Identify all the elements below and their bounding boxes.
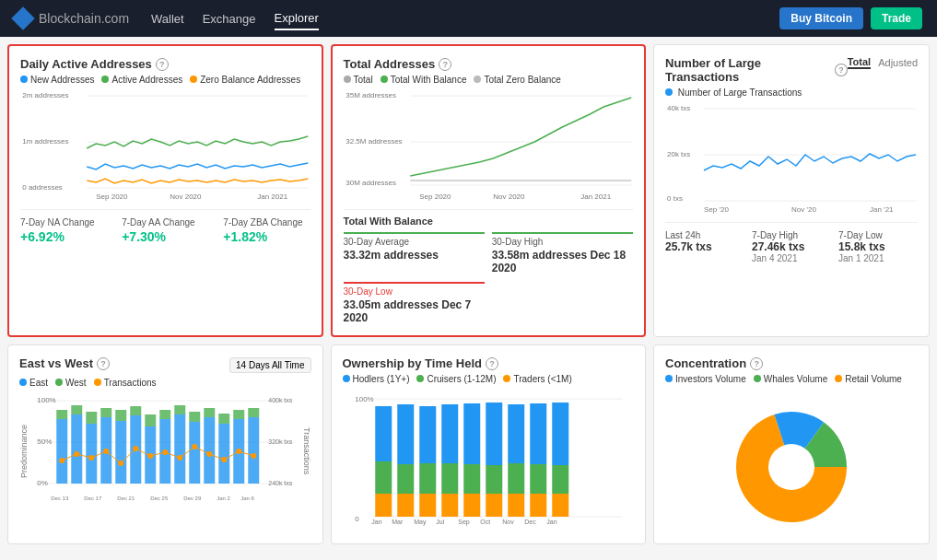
nav-explorer[interactable]: Explorer [275, 7, 319, 30]
svg-rect-51 [115, 410, 126, 421]
svg-rect-112 [530, 494, 546, 517]
ownership-chart: 100% 0 [343, 388, 635, 529]
legend-west: West [55, 378, 87, 388]
svg-rect-107 [508, 404, 524, 463]
svg-text:Jul: Jul [436, 519, 444, 525]
svg-text:20k txs: 20k txs [667, 150, 690, 158]
svg-text:320k txs: 320k txs [268, 438, 293, 445]
evw-header: East vs West ? 14 Days All Time [19, 356, 311, 374]
legend-active: Active Addresses [101, 75, 182, 85]
svg-text:1m addresses: 1m addresses [22, 137, 68, 146]
svg-rect-41 [174, 414, 185, 484]
svg-text:Nov 2020: Nov 2020 [170, 192, 202, 201]
legend-cruisers: Cruisers (1-12M) [416, 374, 496, 384]
svg-rect-58 [218, 414, 229, 424]
twb-high: 30-Day High 33.58m addresses Dec 18 2020 [492, 232, 633, 274]
total-addresses-info-icon[interactable]: ? [439, 58, 451, 71]
svg-text:Nov: Nov [502, 519, 514, 525]
svg-text:Jan: Jan [546, 519, 556, 525]
concentration-title: Concentration ? [665, 356, 918, 370]
large-txns-info-icon[interactable]: ? [835, 64, 848, 76]
nav-wallet[interactable]: Wallet [151, 8, 184, 29]
svg-rect-59 [233, 410, 244, 419]
daily-active-info-icon[interactable]: ? [156, 58, 169, 71]
svg-text:Jan '21: Jan '21 [870, 205, 894, 214]
svg-rect-105 [486, 465, 502, 494]
daily-active-title: Daily Active Addresses ? [20, 57, 310, 71]
legend-total: Total [344, 75, 373, 85]
toggle-adjusted[interactable]: Adjusted [878, 57, 918, 68]
brand-text: Blockchain.com [39, 11, 129, 26]
svg-text:Jan 6: Jan 6 [240, 496, 254, 501]
svg-rect-106 [486, 494, 502, 517]
svg-text:Dec 17: Dec 17 [84, 496, 102, 501]
legend-zero: Zero Balance Addresses [190, 75, 300, 85]
stat-aa-change: 7-Day AA Change +7.30% [122, 217, 208, 244]
svg-text:Jan 2021: Jan 2021 [580, 192, 611, 201]
svg-rect-97 [419, 494, 436, 517]
svg-rect-46 [248, 417, 259, 484]
svg-rect-111 [530, 464, 546, 494]
legend-tzb: Total Zero Balance [474, 75, 560, 85]
large-txn-stats: Last 24h 25.7k txs 7-Day High 27.46k txs… [665, 230, 918, 263]
svg-rect-94 [397, 494, 414, 517]
svg-text:240k txs: 240k txs [268, 480, 293, 486]
logo-icon [11, 6, 34, 29]
svg-text:0%: 0% [37, 479, 48, 487]
svg-text:Oct: Oct [480, 519, 490, 525]
svg-text:2m addresses: 2m addresses [22, 91, 68, 99]
svg-rect-44 [218, 424, 229, 484]
svg-text:Mar: Mar [392, 519, 404, 525]
trade-button[interactable]: Trade [871, 7, 922, 29]
svg-rect-108 [508, 463, 524, 494]
svg-rect-57 [204, 408, 215, 417]
svg-text:30M addresses: 30M addresses [346, 179, 396, 187]
legend-retail: Retail Volume [835, 374, 902, 384]
concentration-info-icon[interactable]: ? [750, 357, 763, 370]
ownership-card: Ownership by Time Held ? Hodlers (1Y+) C… [331, 344, 647, 544]
svg-text:Sep 2020: Sep 2020 [419, 192, 451, 201]
large-txns-legend: Number of Large Transactions [665, 88, 918, 98]
navbar-actions: Buy Bitcoin Trade [779, 7, 922, 29]
svg-text:Dec 13: Dec 13 [51, 496, 69, 501]
toggle-total[interactable]: Total [848, 56, 871, 69]
twb-grid: 30-Day Average 33.32m addresses 30-Day H… [344, 232, 634, 324]
svg-rect-93 [397, 464, 414, 494]
svg-rect-37 [115, 421, 126, 484]
legend-east: East [19, 378, 48, 388]
large-txns-chart: 40k txs 20k txs 0 txs Sep '20 Nov '20 Ja… [665, 101, 918, 215]
svg-text:400k txs: 400k txs [268, 397, 293, 403]
svg-rect-114 [552, 465, 568, 494]
daily-active-card: Daily Active Addresses ? New Addresses A… [7, 44, 323, 337]
svg-rect-96 [419, 463, 436, 494]
buy-bitcoin-button[interactable]: Buy Bitcoin [779, 7, 863, 29]
east-west-card: East vs West ? 14 Days All Time East Wes… [7, 344, 323, 544]
svg-text:Sep 2020: Sep 2020 [96, 192, 128, 201]
svg-rect-34 [71, 414, 82, 484]
legend-whales: Whales Volume [754, 374, 827, 384]
svg-rect-98 [441, 404, 458, 463]
legend-transactions: Transactions [94, 378, 157, 388]
svg-rect-35 [86, 424, 97, 484]
stat-zba-change: 7-Day ZBA Change +1.82% [223, 217, 310, 244]
east-west-info-icon[interactable]: ? [97, 357, 110, 370]
stat-7day-high: 7-Day High 27.46k txs Jan 4 2021 [752, 230, 831, 263]
svg-rect-95 [419, 406, 436, 463]
large-txns-card: Number of Large Transactions ? Total Adj… [653, 44, 930, 337]
svg-text:Nov 2020: Nov 2020 [493, 192, 525, 201]
svg-text:Dec: Dec [524, 519, 536, 525]
svg-text:100%: 100% [37, 396, 55, 404]
main-content: Daily Active Addresses ? New Addresses A… [0, 37, 937, 552]
svg-text:50%: 50% [37, 438, 52, 446]
svg-text:Sep: Sep [458, 519, 470, 526]
ownership-info-icon[interactable]: ? [486, 357, 498, 370]
svg-text:Dec 29: Dec 29 [183, 496, 202, 501]
svg-rect-50 [100, 408, 111, 417]
svg-rect-56 [189, 412, 200, 422]
east-west-toggle[interactable]: 14 Days All Time [229, 357, 310, 373]
nav-exchange[interactable]: Exchange [203, 8, 256, 29]
svg-rect-99 [441, 463, 458, 494]
concentration-legend: Investors Volume Whales Volume Retail Vo… [665, 374, 918, 384]
svg-text:0 txs: 0 txs [667, 194, 683, 203]
svg-text:35M addresses: 35M addresses [346, 91, 396, 99]
